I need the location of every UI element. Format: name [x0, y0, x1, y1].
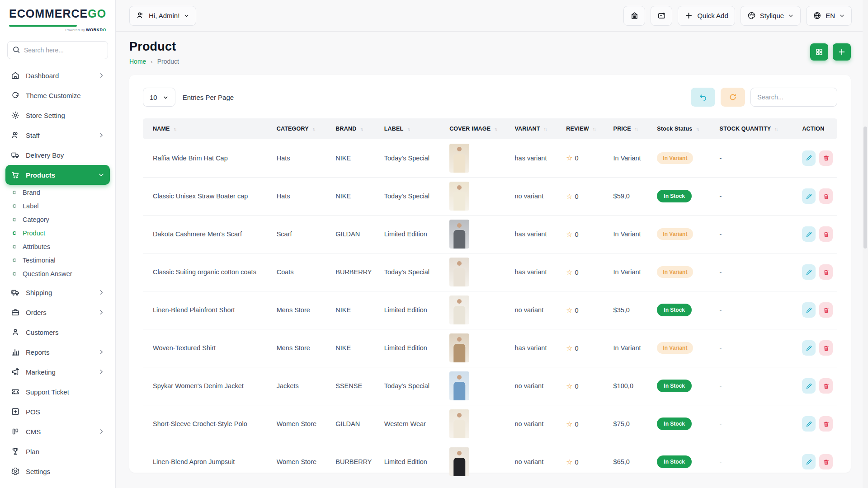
cell-action	[797, 329, 837, 367]
sidebar-item-plan[interactable]: Plan	[5, 441, 110, 461]
app-logo[interactable]: ECOMMERCEGO Powered By WORKDO	[0, 0, 115, 35]
edit-button[interactable]	[802, 416, 816, 432]
refresh-button[interactable]	[721, 88, 745, 107]
entries-per-page-select[interactable]: 10	[143, 88, 175, 107]
stock-status-badge: In Stock	[657, 380, 692, 392]
cell-brand: NIKE	[331, 139, 380, 177]
store-switcher-button[interactable]: Stylique	[741, 6, 801, 26]
delete-button[interactable]	[819, 302, 833, 318]
sidebar-item-store-setting[interactable]: Store Setting	[5, 105, 110, 125]
delete-button[interactable]	[819, 226, 833, 242]
product-cover-image[interactable]	[449, 258, 469, 286]
delete-button[interactable]	[819, 416, 833, 432]
stock-status-badge: In Stock	[657, 455, 692, 468]
sidebar-subitem-testimonial[interactable]: Testimonial	[8, 253, 110, 267]
undo-button[interactable]	[691, 88, 715, 107]
sidebar-search-input[interactable]	[7, 41, 108, 59]
product-cover-image[interactable]	[449, 296, 469, 324]
column-header-variant[interactable]: VARIANT↑↓	[510, 118, 562, 139]
sidebar-item-shipping[interactable]: Shipping	[5, 282, 110, 302]
column-header-review[interactable]: REVIEW↑↓	[561, 118, 609, 139]
scrollbar-thumb[interactable]	[863, 127, 867, 249]
user-menu-button[interactable]: Hi, Admin!	[129, 6, 196, 26]
cell-cover-image	[445, 215, 510, 253]
product-cover-image[interactable]	[449, 144, 469, 173]
delete-button[interactable]	[819, 340, 833, 356]
sidebar-item-support-ticket[interactable]: Support Ticket	[5, 382, 110, 402]
cell-review: ☆0	[561, 253, 609, 291]
product-cover-image[interactable]	[449, 371, 469, 400]
sidebar-item-cms[interactable]: CMS	[5, 422, 110, 441]
delete-button[interactable]	[819, 454, 833, 469]
product-cover-image[interactable]	[449, 409, 469, 438]
product-cover-image[interactable]	[449, 182, 469, 211]
storefront-button[interactable]	[623, 6, 645, 26]
edit-button[interactable]	[802, 264, 816, 280]
grid-view-button[interactable]	[810, 43, 828, 61]
column-header-price[interactable]: PRICE↑↓	[609, 118, 653, 139]
cell-variant: has variant	[510, 215, 562, 253]
delete-button[interactable]	[819, 188, 833, 204]
sidebar-subitem-label[interactable]: Label	[8, 199, 110, 213]
edit-button[interactable]	[802, 378, 816, 394]
marketing-icon	[11, 367, 20, 376]
cell-stock-quantity: -	[715, 405, 798, 443]
sidebar-item-marketing[interactable]: Marketing	[5, 362, 110, 382]
edit-button[interactable]	[802, 226, 816, 242]
sidebar-subitem-category[interactable]: Category	[8, 213, 110, 226]
cell-name: Dakota Cashmere Men's Scarf	[143, 215, 272, 253]
sidebar-item-reports[interactable]: Reports	[5, 342, 110, 362]
chevron-right-icon	[98, 289, 104, 296]
notifications-button[interactable]	[651, 6, 672, 26]
cell-stock-quantity: -	[715, 291, 798, 329]
sidebar-subitem-attributes[interactable]: Attributes	[8, 240, 110, 253]
column-header-stock-quantity[interactable]: STOCK QUANTITY↑↓	[715, 118, 798, 139]
delete-button[interactable]	[819, 378, 833, 394]
sidebar-item-products[interactable]: Products	[5, 165, 110, 185]
sidebar-item-label: Staff	[26, 131, 92, 139]
edit-button[interactable]	[802, 340, 816, 356]
product-cover-image[interactable]	[449, 447, 469, 476]
breadcrumb-home-link[interactable]: Home	[129, 58, 146, 65]
orders-icon	[11, 308, 20, 317]
cell-stock-quantity: -	[715, 215, 798, 253]
sidebar-item-customers[interactable]: Customers	[5, 322, 110, 342]
edit-button[interactable]	[802, 188, 816, 204]
table-row: Spykar Women's Denim JacketJacketsSSENSE…	[143, 367, 837, 405]
product-cover-image[interactable]	[449, 220, 469, 249]
delete-button[interactable]	[819, 150, 833, 166]
edit-button[interactable]	[802, 454, 816, 469]
sidebar-item-staff[interactable]: Staff	[5, 125, 110, 145]
sidebar-item-settings[interactable]: Settings	[5, 461, 110, 481]
column-header-stock-status[interactable]: Stock Status↑↓	[652, 118, 715, 139]
table-search-input[interactable]	[750, 88, 837, 107]
sidebar-item-dashboard[interactable]: Dashboard	[5, 66, 110, 85]
star-icon: ☆	[566, 154, 572, 162]
sidebar-subitem-brand[interactable]: Brand	[8, 186, 110, 199]
product-cover-image[interactable]	[449, 333, 469, 362]
edit-button[interactable]	[802, 302, 816, 318]
add-product-button[interactable]	[833, 43, 851, 61]
delete-button[interactable]	[819, 264, 833, 280]
column-header-category[interactable]: CATEGORY↑↓	[272, 118, 331, 139]
language-button[interactable]: EN	[806, 6, 852, 26]
column-header-brand[interactable]: BRAND↑↓	[331, 118, 380, 139]
edit-button[interactable]	[802, 150, 816, 166]
sidebar-subitem-question-answer[interactable]: Question Answer	[8, 267, 110, 281]
sidebar-subitem-product[interactable]: Product	[8, 226, 110, 240]
sidebar-item-pos[interactable]: POS	[5, 402, 110, 422]
sidebar-item-delivery-boy[interactable]: Delivery Boy	[5, 145, 110, 165]
product-table-card: 10 Entries Per Page	[129, 75, 851, 473]
page-title: Product	[129, 40, 179, 54]
store-switcher-label: Stylique	[760, 12, 784, 19]
column-header-cover-image[interactable]: COVER IMAGE↑↓	[445, 118, 510, 139]
column-header-name[interactable]: NAME↑↓	[143, 118, 272, 139]
cell-review: ☆0	[561, 329, 609, 367]
quick-add-button[interactable]: Quick Add	[678, 6, 735, 26]
sidebar-item-theme-customize[interactable]: Theme Customize	[5, 85, 110, 105]
cell-price: $59,0	[609, 177, 653, 215]
column-header-label[interactable]: LABEL↑↓	[380, 118, 445, 139]
logo-text-primary: ECOMMERCE	[9, 7, 88, 20]
page-scrollbar[interactable]	[863, 0, 868, 488]
sidebar-item-orders[interactable]: Orders	[5, 302, 110, 322]
